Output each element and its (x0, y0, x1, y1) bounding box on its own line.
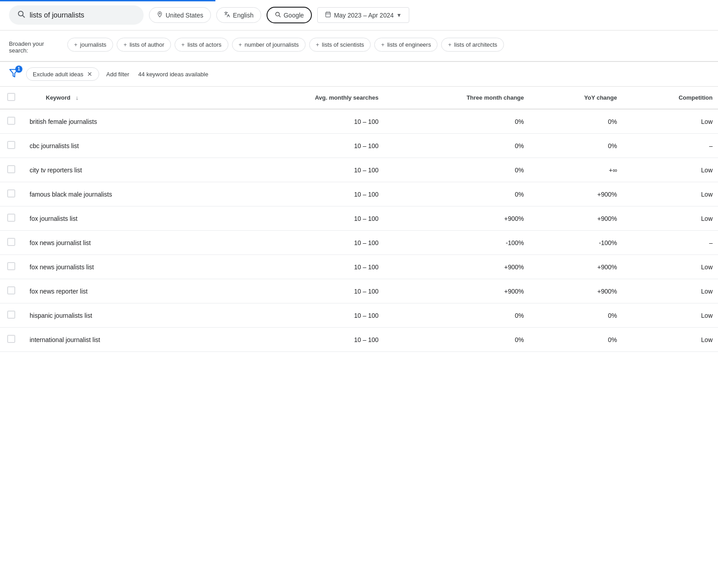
row-checkbox-cell[interactable] (0, 328, 22, 352)
broaden-tag-lists-of-scientists[interactable]: + lists of scientists (309, 38, 371, 52)
keyword-name: british female journalists (30, 118, 97, 125)
keyword-name: hispanic journalists list (30, 312, 92, 319)
row-checkbox[interactable] (7, 189, 15, 197)
keyword-cell: famous black male journalists (22, 182, 225, 206)
avg-monthly-cell: 10 – 100 (225, 158, 384, 182)
broaden-tag-lists-of-architects[interactable]: + lists of architects (441, 38, 504, 52)
yoy-header[interactable]: YoY change (530, 87, 622, 109)
search-input[interactable] (30, 11, 136, 19)
row-checkbox[interactable] (7, 335, 15, 343)
three-month-cell: 0% (384, 182, 530, 206)
broaden-tag-number-of-journalists[interactable]: + number of journalists (232, 38, 306, 52)
row-checkbox-cell[interactable] (0, 182, 22, 206)
three-month-cell: 0% (384, 158, 530, 182)
table-row: city tv reporters list 10 – 100 0% +∞ Lo… (0, 158, 718, 182)
row-checkbox[interactable] (7, 141, 15, 149)
table-row: fox news journalists list 10 – 100 +900%… (0, 255, 718, 279)
close-icon[interactable]: ✕ (87, 70, 92, 78)
row-checkbox-cell[interactable] (0, 158, 22, 182)
avg-monthly-cell: 10 – 100 (225, 134, 384, 158)
keyword-header-label: Keyword (46, 94, 70, 101)
keyword-cell: fox journalists list (22, 206, 225, 231)
broaden-tag-lists-of-author[interactable]: + lists of author (117, 38, 171, 52)
row-checkbox[interactable] (7, 262, 15, 270)
filter-icon-wrap[interactable]: 1 (9, 68, 19, 80)
broaden-tag-lists-of-actors[interactable]: + lists of actors (175, 38, 228, 52)
select-all-checkbox[interactable] (7, 93, 15, 101)
keyword-name: fox news journalist list (30, 239, 91, 246)
competition-cell: Low (622, 182, 718, 206)
keyword-cell: city tv reporters list (22, 158, 225, 182)
row-checkbox[interactable] (7, 117, 15, 125)
yoy-cell: 0% (530, 134, 622, 158)
language-icon (224, 11, 230, 19)
avg-monthly-cell: 10 – 100 (225, 182, 384, 206)
row-checkbox-cell[interactable] (0, 134, 22, 158)
avg-monthly-cell: 10 – 100 (225, 231, 384, 255)
date-label: May 2023 – Apr 2024 (334, 12, 394, 19)
search-box[interactable] (9, 5, 144, 25)
tag-label: lists of architects (454, 41, 497, 48)
broaden-tags: + journalists + lists of author + lists … (67, 38, 504, 52)
row-checkbox-cell[interactable] (0, 109, 22, 134)
table-row: fox news journalist list 10 – 100 -100% … (0, 231, 718, 255)
plus-icon: + (381, 41, 385, 48)
three-month-cell: 0% (384, 134, 530, 158)
row-checkbox-cell[interactable] (0, 303, 22, 328)
row-checkbox-cell[interactable] (0, 231, 22, 255)
avg-monthly-cell: 10 – 100 (225, 303, 384, 328)
row-checkbox[interactable] (7, 165, 15, 173)
competition-cell: Low (622, 158, 718, 182)
date-filter[interactable]: May 2023 – Apr 2024 ▼ (317, 7, 409, 23)
yoy-cell: +900% (530, 206, 622, 231)
plus-icon: + (239, 41, 242, 48)
three-month-cell: +900% (384, 206, 530, 231)
row-checkbox[interactable] (7, 286, 15, 294)
three-month-cell: 0% (384, 328, 530, 352)
avg-monthly-cell: 10 – 100 (225, 255, 384, 279)
broaden-tag-journalists[interactable]: + journalists (67, 38, 113, 52)
yoy-cell: +900% (530, 255, 622, 279)
row-checkbox[interactable] (7, 238, 15, 246)
keyword-name: famous black male journalists (30, 191, 112, 198)
keyword-name: international journalist list (30, 336, 100, 343)
svg-point-2 (159, 13, 161, 14)
keyword-cell: british female journalists (22, 109, 225, 134)
plus-icon: + (448, 41, 451, 48)
row-checkbox[interactable] (7, 311, 15, 319)
yoy-cell: 0% (530, 109, 622, 134)
yoy-cell: 0% (530, 328, 622, 352)
three-month-header[interactable]: Three month change (384, 87, 530, 109)
avg-monthly-cell: 10 – 100 (225, 328, 384, 352)
exclude-adult-pill[interactable]: Exclude adult ideas ✕ (26, 67, 99, 81)
row-checkbox-cell[interactable] (0, 206, 22, 231)
calendar-icon (325, 11, 331, 19)
row-checkbox[interactable] (7, 214, 15, 222)
filter-bar: 1 Exclude adult ideas ✕ Add filter 44 ke… (0, 62, 718, 87)
language-filter[interactable]: English (216, 7, 261, 23)
sort-arrow-icon[interactable]: ↓ (76, 94, 79, 101)
top-bar: United States English Google May 2023 – … (0, 0, 718, 31)
three-month-cell: -100% (384, 231, 530, 255)
table-row: cbc journalists list 10 – 100 0% 0% – (0, 134, 718, 158)
keyword-column-header[interactable]: Keyword ↓ (22, 87, 225, 109)
competition-header[interactable]: Competition (622, 87, 718, 109)
location-icon (157, 11, 163, 19)
keyword-count: 44 keyword ideas available (138, 71, 208, 78)
add-filter-button[interactable]: Add filter (106, 71, 129, 78)
tag-label: lists of author (130, 41, 164, 48)
yoy-cell: +∞ (530, 158, 622, 182)
tag-label: lists of actors (188, 41, 222, 48)
keyword-cell: international journalist list (22, 328, 225, 352)
keyword-name: fox journalists list (30, 215, 78, 222)
broaden-tag-lists-of-engineers[interactable]: + lists of engineers (374, 38, 438, 52)
table-row: fox news reporter list 10 – 100 +900% +9… (0, 279, 718, 303)
row-checkbox-cell[interactable] (0, 255, 22, 279)
row-checkbox-cell[interactable] (0, 279, 22, 303)
select-all-header[interactable] (0, 87, 22, 109)
avg-monthly-cell: 10 – 100 (225, 279, 384, 303)
competition-cell: – (622, 134, 718, 158)
engine-filter[interactable]: Google (267, 7, 312, 23)
location-filter[interactable]: United States (149, 7, 211, 23)
avg-monthly-header[interactable]: Avg. monthly searches (225, 87, 384, 109)
